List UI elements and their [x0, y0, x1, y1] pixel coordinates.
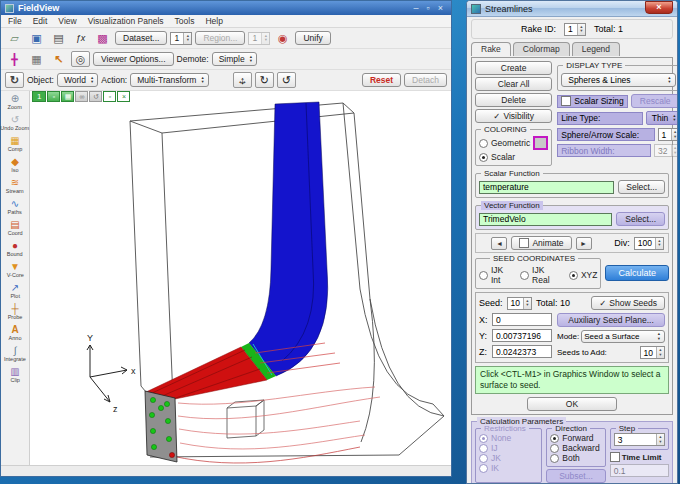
sidebar-item-iso[interactable]: ◆Iso — [1, 155, 29, 176]
dataset-button[interactable]: Dataset... — [115, 31, 167, 45]
viewport-tile-icon[interactable]: ▦ — [61, 91, 74, 102]
viewport-maximize-icon[interactable]: ▫ — [47, 91, 60, 102]
delete-button[interactable]: Delete — [475, 93, 552, 107]
region-button[interactable]: Region... — [195, 31, 245, 45]
dialog-close-icon[interactable]: × — [645, 1, 673, 14]
menu-tools[interactable]: Tools — [175, 16, 195, 26]
main-title-bar[interactable]: FieldView – ▫ × — [1, 1, 451, 15]
line-type-dropdown[interactable]: Thin ▴▾ — [646, 111, 678, 125]
menu-view[interactable]: View — [58, 16, 76, 26]
checkbox-icon[interactable] — [610, 452, 620, 462]
rake-id-spinner[interactable]: 1 ▴▾ — [564, 23, 586, 36]
vector-function-select-button[interactable]: Select... — [616, 212, 665, 226]
spinner-arrows-icon[interactable]: ▴▾ — [671, 129, 678, 140]
direction-both-radio[interactable]: Both — [550, 453, 601, 463]
pick-pointer-icon[interactable]: ↖ — [49, 51, 68, 67]
display-type-dropdown[interactable]: Spheres & Lines ▴▾ — [561, 73, 675, 87]
viewport-close-icon[interactable]: × — [117, 91, 130, 102]
spinner-arrows-icon[interactable]: ▴▾ — [523, 298, 531, 309]
coloring-geometric-radio[interactable]: Geometric — [479, 136, 548, 150]
subset-button[interactable]: Subset... — [546, 469, 605, 483]
pan-icon[interactable]: ↔ ↕ — [233, 72, 252, 88]
unify-button[interactable]: Unify — [295, 31, 330, 45]
checkbox-icon[interactable] — [519, 238, 529, 248]
screen-erase-icon[interactable]: ▱ — [5, 30, 24, 46]
menu-edit[interactable]: Edit — [33, 16, 48, 26]
scalar-sizing-checkbox[interactable]: Scalar Sizing — [557, 95, 628, 108]
scalar-function-field[interactable]: temperature — [479, 181, 614, 194]
time-limit-field[interactable]: 0.1 — [610, 464, 669, 477]
dataset-spinner[interactable]: 1 ▴▾ — [170, 32, 192, 45]
sidebar-item-bound[interactable]: ●Bound — [1, 239, 29, 260]
sidebar-item-zoom[interactable]: ⊕Zoom — [1, 92, 29, 113]
sidebar-item-plot[interactable]: ↗Plot — [1, 281, 29, 302]
scalar-function-select-button[interactable]: Select... — [618, 180, 665, 194]
sidebar-item-coord[interactable]: ▤Coord — [1, 218, 29, 239]
step-spinner[interactable]: 3 ▴▾ — [614, 433, 665, 446]
close-icon[interactable]: × — [438, 3, 443, 13]
sidebar-item-undo-zoom[interactable]: ↺Undo Zoom — [1, 113, 29, 134]
vector-function-field[interactable]: TrimedVelo — [479, 213, 612, 226]
mode-dropdown[interactable]: Seed a Surface ▴▾ — [581, 330, 665, 343]
restriction-ij-radio[interactable]: IJ — [479, 443, 538, 453]
direction-forward-radio[interactable]: Forward — [550, 433, 601, 443]
time-limit-checkbox[interactable]: Time Limit — [610, 452, 669, 462]
transform-icon[interactable]: ↻ — [5, 72, 24, 88]
sidebar-item-comp[interactable]: ▦Comp — [1, 134, 29, 155]
step-back-icon[interactable]: ◄ — [491, 237, 507, 250]
save-icon[interactable]: ▣ — [27, 30, 46, 46]
sidebar-item-clip[interactable]: ▥Clip — [1, 365, 29, 386]
colormap-icon[interactable]: ▩ — [93, 30, 112, 46]
seeds-to-add-spinner[interactable]: 10 ▴▾ — [640, 346, 665, 359]
ribbon-width-spinner[interactable]: 32 ▴▾ — [654, 144, 678, 157]
sidebar-item-integrate[interactable]: ∫Integrate — [1, 344, 29, 365]
viewport-restore-icon[interactable]: ▫ — [103, 91, 116, 102]
ok-button[interactable]: OK — [527, 397, 617, 411]
menu-visualization-panels[interactable]: Visualization Panels — [88, 16, 164, 26]
minimize-icon[interactable]: – — [414, 3, 419, 13]
graphics-viewport[interactable]: 1 ▫ ▦ ∞ ↺ ▫ × — [30, 91, 451, 465]
color-wheel-icon[interactable]: ◉ — [273, 30, 292, 46]
object-dropdown[interactable]: World ▴▾ — [57, 73, 98, 87]
spinner-arrows-icon[interactable]: ▴▾ — [183, 33, 191, 44]
detach-button[interactable]: Detach — [404, 73, 447, 87]
ijk-real-radio[interactable]: IJK Real — [520, 265, 563, 285]
direction-backward-radio[interactable]: Backward — [550, 443, 601, 453]
rotate-icon[interactable]: ↻ — [255, 72, 274, 88]
spotlight-icon[interactable]: ◎ — [71, 51, 90, 67]
spinner-arrows-icon[interactable]: ▴▾ — [656, 434, 664, 445]
print-icon[interactable]: ▤ — [49, 30, 68, 46]
sidebar-item-probe[interactable]: ┼Probe — [1, 302, 29, 323]
dialog-title-bar[interactable]: Streamlines × — [467, 1, 677, 17]
animate-checkbox[interactable]: Animate — [511, 236, 571, 250]
spinner-arrows-icon[interactable]: ▴▾ — [577, 24, 585, 35]
center-of-rotation-icon[interactable]: ╋ — [5, 51, 24, 67]
ijk-int-radio[interactable]: IJK Int — [479, 265, 514, 285]
action-dropdown[interactable]: Multi-Transform ▴▾ — [130, 73, 208, 87]
spinner-arrows-icon[interactable]: ▴▾ — [655, 238, 663, 249]
menu-help[interactable]: Help — [205, 16, 222, 26]
restriction-jk-radio[interactable]: JK — [479, 453, 538, 463]
demote-dropdown[interactable]: Simple ▴▾ — [212, 52, 257, 66]
clear-all-button[interactable]: Clear All — [475, 77, 552, 91]
tab-colormap[interactable]: Colormap — [513, 42, 570, 56]
menu-file[interactable]: File — [8, 16, 22, 26]
spinner-arrows-icon[interactable]: ▴▾ — [656, 347, 664, 358]
rescale-button[interactable]: Rescale — [631, 94, 678, 108]
viewport-tab-number[interactable]: 1 — [32, 91, 46, 102]
seed-spinner[interactable]: 10 ▴▾ — [507, 297, 532, 310]
xyz-radio[interactable]: XYZ — [569, 265, 598, 285]
spin-icon[interactable]: ↺ — [277, 72, 296, 88]
sidebar-item-anno[interactable]: AAnno — [1, 323, 29, 344]
maximize-icon[interactable]: ▫ — [427, 3, 430, 13]
viewport-link-icon[interactable]: ∞ — [75, 91, 88, 102]
x-field[interactable]: 0 — [492, 313, 552, 326]
spinner-arrows-icon[interactable]: ▴▾ — [671, 145, 678, 156]
restriction-ik-radio[interactable]: IK — [479, 463, 538, 473]
dataset-grid-icon[interactable]: ▦ — [27, 51, 46, 67]
seed-surface[interactable] — [145, 391, 177, 462]
div-spinner[interactable]: 100 ▴▾ — [634, 237, 664, 250]
show-seeds-checkbox[interactable]: ✓ Show Seeds — [591, 296, 665, 310]
sphere-arrow-scale-spinner[interactable]: 1 ▴▾ — [658, 128, 678, 141]
visibility-toggle[interactable]: ✓ Visibility — [475, 109, 552, 123]
